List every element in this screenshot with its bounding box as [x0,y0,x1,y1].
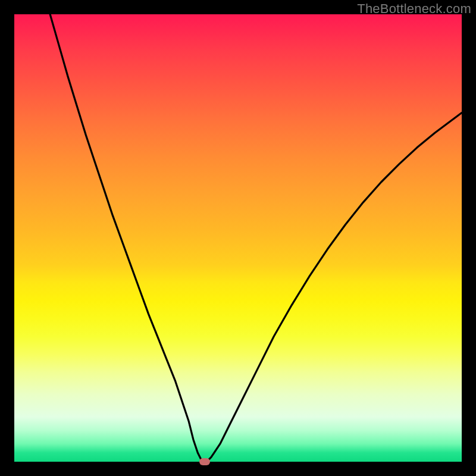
optimum-marker [199,458,210,465]
bottleneck-curve [14,14,462,462]
watermark-text: TheBottleneck.com [357,1,471,17]
plot-area [14,14,462,462]
chart-frame: TheBottleneck.com [0,0,476,476]
